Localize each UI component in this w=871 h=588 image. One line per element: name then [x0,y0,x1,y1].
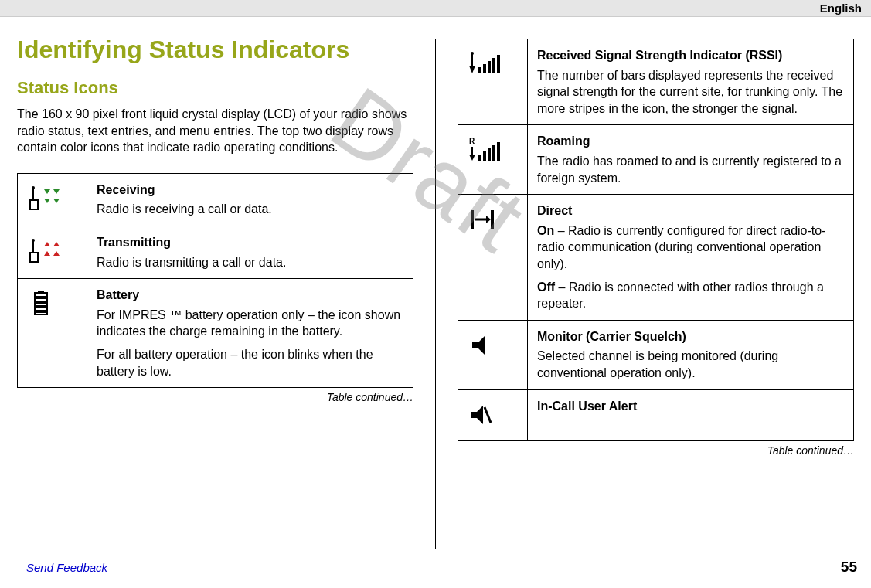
section-heading: Status Icons [17,78,413,98]
top-bar: English [0,0,871,17]
svg-marker-6 [53,199,60,203]
svg-rect-15 [38,291,44,293]
svg-marker-30 [469,155,475,161]
svg-marker-22 [469,66,475,73]
svg-marker-39 [486,216,491,223]
language-label: English [820,2,862,15]
icon-description: TransmittingRadio is transmitting a call… [87,226,413,278]
svg-marker-5 [53,189,60,194]
row-paragraph: Selected channel is being monitored (dur… [537,348,844,381]
row-paragraph: The number of bars displayed represents … [537,67,844,117]
svg-text:R: R [469,137,475,145]
svg-line-42 [485,407,491,423]
svg-rect-33 [488,148,491,161]
table-row: TransmittingRadio is transmitting a call… [18,226,413,278]
svg-marker-4 [44,199,50,203]
table-row: RRoamingThe radio has roamed to and is c… [458,125,854,195]
transmitting-icon [18,226,87,278]
table-row: ReceivingRadio is receiving a call or da… [18,173,413,226]
svg-rect-26 [492,58,495,73]
table-row: Received Signal Strength Indicator (RSSI… [458,39,854,125]
svg-marker-12 [53,242,60,246]
left-column: Identifying Status Indicators Status Ico… [17,36,413,549]
footer: Send Feedback 55 [26,559,857,576]
column-divider [435,39,436,549]
svg-rect-25 [488,61,491,73]
svg-point-1 [32,186,35,189]
row-title: In-Call User Alert [537,398,844,415]
rssi-icon [458,39,528,125]
table-continued-right: Table continued… [458,444,854,457]
row-title: Received Signal Strength Indicator (RSSI… [537,47,844,64]
icon-description: ReceivingRadio is receiving a call or da… [87,173,413,226]
right-column: Received Signal Strength Indicator (RSSI… [458,36,854,549]
row-title: Roaming [537,133,844,150]
svg-marker-10 [44,242,50,246]
send-feedback-link[interactable]: Send Feedback [26,561,107,574]
table-continued-left: Table continued… [17,391,413,403]
battery-icon [18,279,87,388]
icon-description: BatteryFor IMPRES ™ battery operation on… [87,279,413,388]
icon-description: DirectOn – Radio is currently configured… [528,195,854,321]
svg-rect-27 [497,55,500,73]
svg-point-8 [32,239,35,242]
svg-rect-24 [483,64,486,73]
row-title: Receiving [97,182,403,199]
svg-rect-32 [483,151,486,161]
row-paragraph: Off – Radio is connected with other radi… [537,279,844,312]
row-title: Monitor (Carrier Squelch) [537,328,844,345]
page-body: Identifying Status Indicators Status Ico… [0,17,871,549]
right-icon-table: Received Signal Strength Indicator (RSSI… [458,39,854,441]
row-paragraph: The radio has roamed to and is currently… [537,153,844,186]
icon-description: RoamingThe radio has roamed to and is cu… [528,125,854,195]
table-row: Monitor (Carrier Squelch)Selected channe… [458,320,854,389]
row-paragraph: For IMPRES ™ battery operation only – th… [97,307,403,340]
svg-marker-40 [472,336,485,355]
svg-rect-35 [497,142,500,161]
svg-rect-31 [478,155,481,161]
monitor-icon [458,320,528,389]
svg-rect-18 [36,305,46,308]
svg-rect-36 [471,210,474,229]
receiving-icon [18,173,87,226]
svg-marker-3 [44,189,50,194]
row-paragraph: Radio is receiving a call or data. [97,201,403,218]
row-title: Transmitting [97,234,403,251]
svg-rect-16 [36,296,46,299]
incall-icon [458,389,528,441]
page-title: Identifying Status Indicators [17,36,413,64]
direct-icon [458,195,528,321]
svg-marker-11 [44,251,50,256]
icon-description: In-Call User Alert [528,389,854,441]
row-paragraph: On – Radio is currently configured for d… [537,223,844,273]
icon-description: Received Signal Strength Indicator (RSSI… [528,39,854,125]
svg-rect-19 [36,310,46,313]
table-row: In-Call User Alert [458,389,854,441]
svg-rect-9 [30,253,38,262]
icon-description: Monitor (Carrier Squelch)Selected channe… [528,320,854,389]
svg-rect-17 [36,301,46,304]
intro-paragraph: The 160 x 90 pixel front liquid crystal … [17,106,413,156]
roaming-icon: R [458,125,528,195]
row-paragraph: For all battery operation – the icon bli… [97,346,403,379]
svg-rect-23 [478,67,481,73]
left-icon-table: ReceivingRadio is receiving a call or da… [17,173,413,388]
svg-rect-37 [491,210,494,229]
row-paragraph: Radio is transmitting a call or data. [97,254,403,271]
svg-point-21 [471,52,474,55]
page-number: 55 [841,559,857,576]
svg-marker-41 [471,406,483,424]
row-title: Battery [97,287,403,304]
svg-rect-34 [492,145,495,161]
table-row: BatteryFor IMPRES ™ battery operation on… [18,279,413,388]
svg-marker-13 [53,251,60,256]
table-row: DirectOn – Radio is currently configured… [458,195,854,321]
svg-rect-2 [30,200,38,209]
row-title: Direct [537,202,844,219]
